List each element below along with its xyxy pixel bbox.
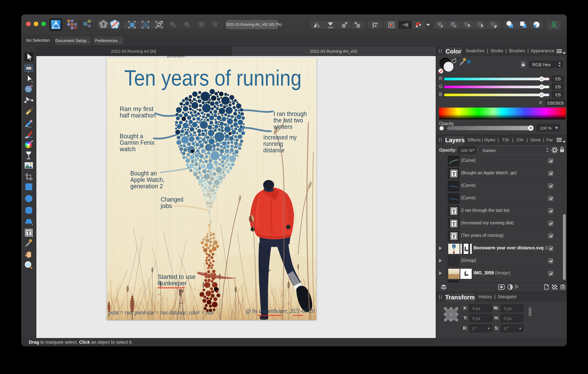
svg-text:T: T [27, 230, 31, 236]
svg-text:Started to use: Started to use [158, 273, 196, 280]
svg-text:T: T [452, 209, 455, 214]
svg-text:point = run; point-size = run: point = run; point-size = run distance; … [108, 309, 214, 316]
svg-text:T: T [452, 221, 455, 227]
svg-text:watch: watch [120, 146, 136, 152]
svg-text:T: T [452, 234, 455, 239]
svg-text:Ten years of running: Ten years of running [124, 66, 302, 90]
svg-text:@ by ascheithauer, 2021-05-20: @ by ascheithauer, 2021-05-20 [246, 307, 315, 314]
svg-text:I ran through: I ran through [273, 110, 307, 117]
svg-text:Apple Watch,: Apple Watch, [130, 176, 164, 183]
svg-text:T: T [452, 171, 455, 177]
svg-text:Runkeeper: Runkeeper [158, 280, 186, 287]
svg-text:Garmin Fenix: Garmin Fenix [120, 139, 155, 146]
svg-text:winters: winters [273, 123, 293, 130]
svg-text:running: running [263, 140, 283, 147]
svg-text:Increased my: Increased my [263, 134, 297, 141]
svg-text:distance: distance [263, 147, 284, 154]
svg-text:Ran my first: Ran my first [120, 105, 153, 112]
svg-text:Bought an: Bought an [130, 170, 157, 177]
svg-text:Bought a: Bought a [120, 133, 143, 140]
svg-text:generation 2: generation 2 [130, 183, 163, 190]
svg-text:jobs: jobs [160, 202, 172, 209]
svg-text:half marathon: half marathon [120, 112, 156, 119]
svg-text:the last two: the last two [273, 117, 303, 124]
svg-text:Changed: Changed [161, 196, 183, 203]
